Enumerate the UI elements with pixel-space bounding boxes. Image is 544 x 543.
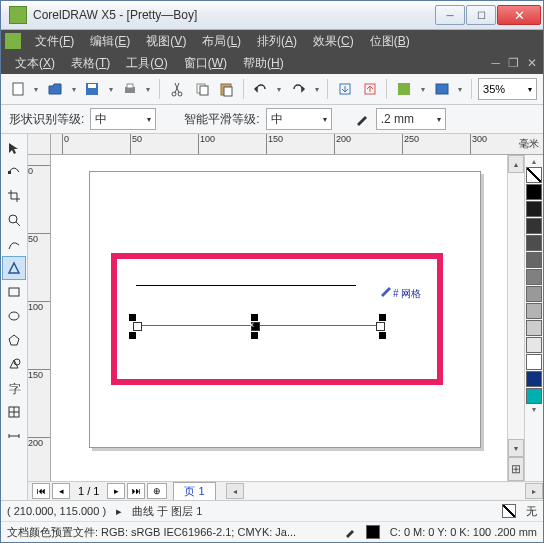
paste-icon[interactable] [215, 78, 237, 100]
app-launcher-icon[interactable] [393, 78, 415, 100]
open-icon[interactable] [44, 78, 66, 100]
undo-icon[interactable] [250, 78, 272, 100]
curve-node-center[interactable]: × [251, 322, 260, 331]
vertical-ruler[interactable]: 0 50 100 150 200 [28, 155, 51, 481]
selection-handle[interactable] [129, 332, 136, 339]
menu-edit[interactable]: 编辑(E) [82, 33, 138, 50]
export-icon[interactable] [359, 78, 381, 100]
cut-icon[interactable] [166, 78, 188, 100]
new-dropdown[interactable]: ▾ [32, 85, 42, 94]
menu-arrange[interactable]: 排列(A) [249, 33, 305, 50]
vertical-scrollbar[interactable]: ▴ ▾ ⊞ [507, 155, 524, 481]
dimension-tool[interactable] [2, 424, 26, 448]
copy-icon[interactable] [191, 78, 213, 100]
selection-handle[interactable] [379, 314, 386, 321]
menu-tools[interactable]: 工具(O) [118, 55, 175, 72]
scroll-up-icon[interactable]: ▴ [508, 155, 524, 173]
first-page-button[interactable]: ⏮ [32, 483, 50, 499]
save-icon[interactable] [82, 78, 104, 100]
nav-popup-icon[interactable]: ⊞ [508, 457, 524, 481]
polygon-tool[interactable] [2, 328, 26, 352]
next-page-button[interactable]: ▸ [107, 483, 125, 499]
palette-up-icon[interactable]: ▴ [532, 157, 536, 166]
print-icon[interactable] [119, 78, 141, 100]
selection-handle[interactable] [379, 332, 386, 339]
color-swatch[interactable] [526, 388, 542, 404]
app-launcher-dropdown[interactable]: ▾ [418, 85, 428, 94]
color-swatch[interactable] [526, 286, 542, 302]
import-icon[interactable] [334, 78, 356, 100]
welcome-icon[interactable] [431, 78, 453, 100]
last-page-button[interactable]: ⏭ [127, 483, 145, 499]
color-swatch[interactable] [526, 218, 542, 234]
text-tool[interactable]: 字 [2, 376, 26, 400]
drawing-canvas[interactable]: × # 网格 [51, 155, 507, 481]
curve-node[interactable] [133, 322, 142, 331]
freehand-tool[interactable] [2, 232, 26, 256]
ellipse-tool[interactable] [2, 304, 26, 328]
scroll-down-icon[interactable]: ▾ [508, 439, 524, 457]
menu-help[interactable]: 帮助(H) [235, 55, 292, 72]
color-swatch[interactable] [526, 371, 542, 387]
redo-icon[interactable] [287, 78, 309, 100]
outline-width-select[interactable]: .2 mm▾ [376, 108, 446, 130]
selection-handle[interactable] [251, 332, 258, 339]
shape-recognition-select[interactable]: 中▾ [90, 108, 156, 130]
menu-effects[interactable]: 效果(C) [305, 33, 362, 50]
mdi-close[interactable]: ✕ [527, 56, 537, 70]
crop-tool[interactable] [2, 184, 26, 208]
welcome-dropdown[interactable]: ▾ [455, 85, 465, 94]
color-swatch[interactable] [526, 320, 542, 336]
curve-node[interactable] [376, 322, 385, 331]
palette-down-icon[interactable]: ▾ [532, 405, 536, 414]
next-tool-icon[interactable]: ▸ [116, 505, 122, 518]
close-button[interactable]: ✕ [497, 5, 541, 25]
menu-table[interactable]: 表格(T) [63, 55, 118, 72]
basic-shapes-tool[interactable] [2, 352, 26, 376]
redo-dropdown[interactable]: ▾ [312, 85, 322, 94]
menu-view[interactable]: 视图(V) [138, 33, 194, 50]
color-swatch[interactable] [526, 235, 542, 251]
save-dropdown[interactable]: ▾ [106, 85, 116, 94]
rectangle-tool[interactable] [2, 280, 26, 304]
open-dropdown[interactable]: ▾ [69, 85, 79, 94]
minimize-button[interactable]: ─ [435, 5, 465, 25]
menu-window[interactable]: 窗口(W) [176, 55, 235, 72]
outline-pen-status-icon[interactable] [344, 526, 356, 538]
color-swatch[interactable] [526, 201, 542, 217]
smoothing-select[interactable]: 中▾ [266, 108, 332, 130]
mdi-restore[interactable]: ❐ [508, 56, 519, 70]
add-page-button[interactable]: ⊕ [147, 483, 167, 499]
drawn-line-1[interactable] [136, 285, 356, 286]
color-swatch[interactable] [526, 252, 542, 268]
color-swatch[interactable] [526, 337, 542, 353]
fill-none-icon[interactable] [502, 504, 516, 518]
pick-tool[interactable] [2, 136, 26, 160]
color-swatch[interactable] [526, 303, 542, 319]
zoom-select[interactable]: 35%▾ [478, 78, 537, 100]
zoom-tool[interactable] [2, 208, 26, 232]
smart-drawing-tool[interactable] [2, 256, 26, 280]
outline-color-swatch[interactable] [366, 525, 380, 539]
menu-layout[interactable]: 布局(L) [194, 33, 249, 50]
color-swatch[interactable] [526, 354, 542, 370]
ruler-origin[interactable] [28, 134, 51, 155]
color-swatch[interactable] [526, 184, 542, 200]
mdi-minimize[interactable]: ─ [491, 56, 500, 70]
horizontal-ruler[interactable]: 0 50 100 150 200 250 300 毫米 [50, 134, 543, 155]
horizontal-scrollbar[interactable]: ◂ ▸ [226, 483, 543, 499]
page-tab[interactable]: 页 1 [173, 482, 215, 501]
print-dropdown[interactable]: ▾ [143, 85, 153, 94]
menu-file[interactable]: 文件(F) [27, 33, 82, 50]
menu-bitmaps[interactable]: 位图(B) [362, 33, 418, 50]
selection-handle[interactable] [129, 314, 136, 321]
color-swatch[interactable] [526, 269, 542, 285]
table-tool[interactable] [2, 400, 26, 424]
menu-text[interactable]: 文本(X) [7, 55, 63, 72]
undo-dropdown[interactable]: ▾ [274, 85, 284, 94]
shape-tool[interactable] [2, 160, 26, 184]
swatch-none[interactable] [526, 167, 542, 183]
new-icon[interactable] [7, 78, 29, 100]
prev-page-button[interactable]: ◂ [52, 483, 70, 499]
maximize-button[interactable]: ☐ [466, 5, 496, 25]
